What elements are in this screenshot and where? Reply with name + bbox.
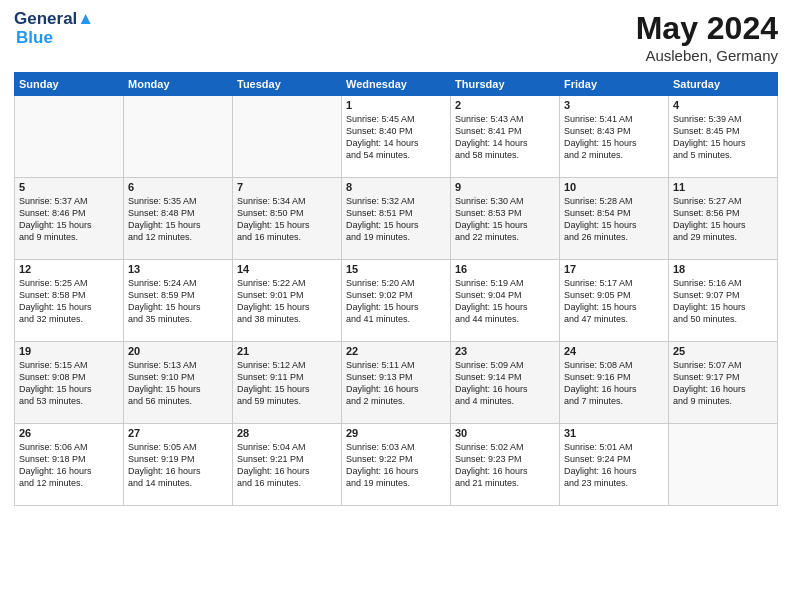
month-title: May 2024: [636, 10, 778, 47]
day-number: 21: [237, 345, 337, 357]
day-number: 18: [673, 263, 773, 275]
day-number: 31: [564, 427, 664, 439]
calendar-cell: 25Sunrise: 5:07 AM Sunset: 9:17 PM Dayli…: [669, 342, 778, 424]
page-container: General▲ Blue May 2024 Ausleben, Germany…: [0, 0, 792, 612]
day-info: Sunrise: 5:12 AM Sunset: 9:11 PM Dayligh…: [237, 359, 337, 408]
day-info: Sunrise: 5:16 AM Sunset: 9:07 PM Dayligh…: [673, 277, 773, 326]
weekday-header-cell: Saturday: [669, 73, 778, 96]
calendar-cell: 17Sunrise: 5:17 AM Sunset: 9:05 PM Dayli…: [560, 260, 669, 342]
day-info: Sunrise: 5:37 AM Sunset: 8:46 PM Dayligh…: [19, 195, 119, 244]
day-info: Sunrise: 5:13 AM Sunset: 9:10 PM Dayligh…: [128, 359, 228, 408]
day-info: Sunrise: 5:03 AM Sunset: 9:22 PM Dayligh…: [346, 441, 446, 490]
calendar-cell: 13Sunrise: 5:24 AM Sunset: 8:59 PM Dayli…: [124, 260, 233, 342]
day-number: 28: [237, 427, 337, 439]
day-info: Sunrise: 5:09 AM Sunset: 9:14 PM Dayligh…: [455, 359, 555, 408]
day-number: 7: [237, 181, 337, 193]
calendar-week-row: 5Sunrise: 5:37 AM Sunset: 8:46 PM Daylig…: [15, 178, 778, 260]
calendar-cell: 23Sunrise: 5:09 AM Sunset: 9:14 PM Dayli…: [451, 342, 560, 424]
day-number: 4: [673, 99, 773, 111]
day-info: Sunrise: 5:19 AM Sunset: 9:04 PM Dayligh…: [455, 277, 555, 326]
day-number: 30: [455, 427, 555, 439]
day-number: 6: [128, 181, 228, 193]
day-info: Sunrise: 5:32 AM Sunset: 8:51 PM Dayligh…: [346, 195, 446, 244]
day-info: Sunrise: 5:25 AM Sunset: 8:58 PM Dayligh…: [19, 277, 119, 326]
calendar-cell: 9Sunrise: 5:30 AM Sunset: 8:53 PM Daylig…: [451, 178, 560, 260]
logo-blue: Blue: [16, 29, 94, 48]
calendar-cell: [233, 96, 342, 178]
day-info: Sunrise: 5:22 AM Sunset: 9:01 PM Dayligh…: [237, 277, 337, 326]
day-info: Sunrise: 5:15 AM Sunset: 9:08 PM Dayligh…: [19, 359, 119, 408]
day-number: 2: [455, 99, 555, 111]
day-info: Sunrise: 5:01 AM Sunset: 9:24 PM Dayligh…: [564, 441, 664, 490]
calendar-cell: [669, 424, 778, 506]
day-info: Sunrise: 5:45 AM Sunset: 8:40 PM Dayligh…: [346, 113, 446, 162]
day-number: 17: [564, 263, 664, 275]
day-number: 22: [346, 345, 446, 357]
calendar-cell: 7Sunrise: 5:34 AM Sunset: 8:50 PM Daylig…: [233, 178, 342, 260]
calendar-week-row: 26Sunrise: 5:06 AM Sunset: 9:18 PM Dayli…: [15, 424, 778, 506]
calendar-cell: 2Sunrise: 5:43 AM Sunset: 8:41 PM Daylig…: [451, 96, 560, 178]
day-info: Sunrise: 5:05 AM Sunset: 9:19 PM Dayligh…: [128, 441, 228, 490]
calendar-week-row: 12Sunrise: 5:25 AM Sunset: 8:58 PM Dayli…: [15, 260, 778, 342]
calendar-body: 1Sunrise: 5:45 AM Sunset: 8:40 PM Daylig…: [15, 96, 778, 506]
day-number: 3: [564, 99, 664, 111]
day-info: Sunrise: 5:39 AM Sunset: 8:45 PM Dayligh…: [673, 113, 773, 162]
calendar-cell: 28Sunrise: 5:04 AM Sunset: 9:21 PM Dayli…: [233, 424, 342, 506]
day-number: 25: [673, 345, 773, 357]
calendar-cell: 30Sunrise: 5:02 AM Sunset: 9:23 PM Dayli…: [451, 424, 560, 506]
calendar-table: SundayMondayTuesdayWednesdayThursdayFrid…: [14, 72, 778, 506]
calendar-cell: 5Sunrise: 5:37 AM Sunset: 8:46 PM Daylig…: [15, 178, 124, 260]
calendar-cell: 18Sunrise: 5:16 AM Sunset: 9:07 PM Dayli…: [669, 260, 778, 342]
day-info: Sunrise: 5:08 AM Sunset: 9:16 PM Dayligh…: [564, 359, 664, 408]
day-number: 1: [346, 99, 446, 111]
calendar-cell: 4Sunrise: 5:39 AM Sunset: 8:45 PM Daylig…: [669, 96, 778, 178]
weekday-header-cell: Tuesday: [233, 73, 342, 96]
day-info: Sunrise: 5:41 AM Sunset: 8:43 PM Dayligh…: [564, 113, 664, 162]
day-number: 11: [673, 181, 773, 193]
day-info: Sunrise: 5:17 AM Sunset: 9:05 PM Dayligh…: [564, 277, 664, 326]
calendar-cell: 10Sunrise: 5:28 AM Sunset: 8:54 PM Dayli…: [560, 178, 669, 260]
calendar-cell: [15, 96, 124, 178]
day-number: 12: [19, 263, 119, 275]
location: Ausleben, Germany: [636, 47, 778, 64]
day-number: 10: [564, 181, 664, 193]
day-number: 26: [19, 427, 119, 439]
day-number: 15: [346, 263, 446, 275]
header: General▲ Blue May 2024 Ausleben, Germany: [14, 10, 778, 64]
calendar-cell: 22Sunrise: 5:11 AM Sunset: 9:13 PM Dayli…: [342, 342, 451, 424]
day-info: Sunrise: 5:35 AM Sunset: 8:48 PM Dayligh…: [128, 195, 228, 244]
calendar-cell: 3Sunrise: 5:41 AM Sunset: 8:43 PM Daylig…: [560, 96, 669, 178]
calendar-week-row: 1Sunrise: 5:45 AM Sunset: 8:40 PM Daylig…: [15, 96, 778, 178]
calendar-cell: 11Sunrise: 5:27 AM Sunset: 8:56 PM Dayli…: [669, 178, 778, 260]
day-number: 16: [455, 263, 555, 275]
day-info: Sunrise: 5:20 AM Sunset: 9:02 PM Dayligh…: [346, 277, 446, 326]
calendar-cell: 29Sunrise: 5:03 AM Sunset: 9:22 PM Dayli…: [342, 424, 451, 506]
day-number: 5: [19, 181, 119, 193]
weekday-header-cell: Monday: [124, 73, 233, 96]
calendar-cell: 20Sunrise: 5:13 AM Sunset: 9:10 PM Dayli…: [124, 342, 233, 424]
calendar-cell: 12Sunrise: 5:25 AM Sunset: 8:58 PM Dayli…: [15, 260, 124, 342]
day-number: 20: [128, 345, 228, 357]
weekday-header-cell: Wednesday: [342, 73, 451, 96]
day-number: 29: [346, 427, 446, 439]
calendar-cell: 6Sunrise: 5:35 AM Sunset: 8:48 PM Daylig…: [124, 178, 233, 260]
calendar-cell: 27Sunrise: 5:05 AM Sunset: 9:19 PM Dayli…: [124, 424, 233, 506]
day-info: Sunrise: 5:24 AM Sunset: 8:59 PM Dayligh…: [128, 277, 228, 326]
calendar-cell: 14Sunrise: 5:22 AM Sunset: 9:01 PM Dayli…: [233, 260, 342, 342]
calendar-cell: 16Sunrise: 5:19 AM Sunset: 9:04 PM Dayli…: [451, 260, 560, 342]
calendar-cell: 8Sunrise: 5:32 AM Sunset: 8:51 PM Daylig…: [342, 178, 451, 260]
weekday-header-row: SundayMondayTuesdayWednesdayThursdayFrid…: [15, 73, 778, 96]
logo: General▲ Blue: [14, 10, 94, 47]
weekday-header-cell: Sunday: [15, 73, 124, 96]
day-info: Sunrise: 5:11 AM Sunset: 9:13 PM Dayligh…: [346, 359, 446, 408]
day-info: Sunrise: 5:30 AM Sunset: 8:53 PM Dayligh…: [455, 195, 555, 244]
calendar-cell: 19Sunrise: 5:15 AM Sunset: 9:08 PM Dayli…: [15, 342, 124, 424]
logo-text: General▲: [14, 10, 94, 29]
day-info: Sunrise: 5:02 AM Sunset: 9:23 PM Dayligh…: [455, 441, 555, 490]
day-number: 19: [19, 345, 119, 357]
day-number: 24: [564, 345, 664, 357]
day-number: 23: [455, 345, 555, 357]
weekday-header-cell: Thursday: [451, 73, 560, 96]
day-info: Sunrise: 5:43 AM Sunset: 8:41 PM Dayligh…: [455, 113, 555, 162]
day-info: Sunrise: 5:06 AM Sunset: 9:18 PM Dayligh…: [19, 441, 119, 490]
